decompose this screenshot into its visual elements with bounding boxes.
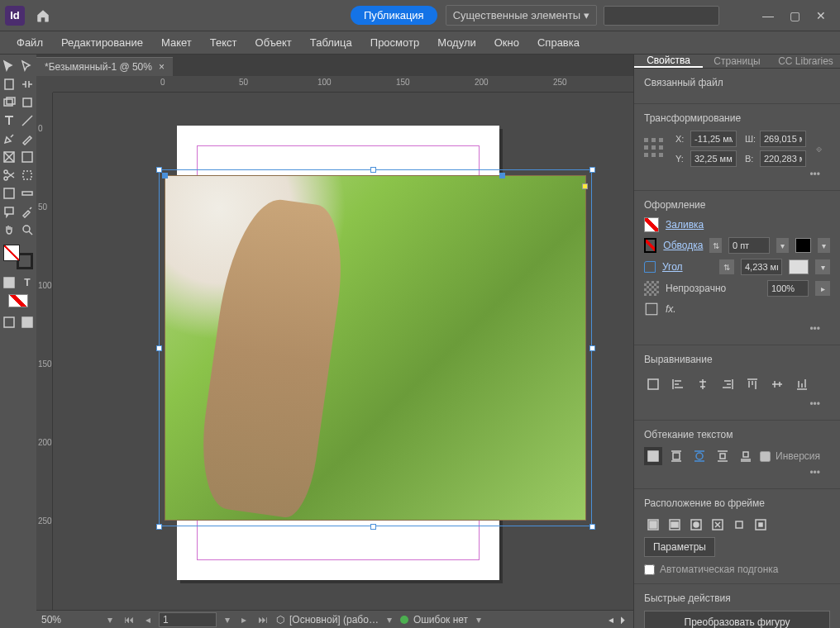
gradient-swatch-tool[interactable] (1, 185, 17, 202)
align-top-icon[interactable] (743, 375, 761, 393)
menu-text[interactable]: Текст (202, 33, 246, 52)
handle[interactable] (370, 524, 376, 530)
type-tool[interactable] (1, 112, 17, 129)
chevron-right-icon[interactable]: ▸ (815, 281, 830, 296)
workspace-dropdown[interactable]: Существенные элементы ▾ (446, 5, 597, 26)
fit-content-icon[interactable] (730, 516, 748, 534)
chevron-down-icon[interactable]: ▾ (776, 238, 789, 253)
convert-button[interactable]: Преобразовать фигуру (644, 611, 830, 628)
align-hcenter-icon[interactable] (694, 375, 712, 393)
canvas[interactable] (53, 93, 633, 610)
doc-tab[interactable]: *Безымянный-1 @ 50% × (36, 57, 173, 76)
handle[interactable] (156, 345, 162, 351)
chevron-down-icon[interactable]: ▾ (104, 614, 116, 626)
center-content-icon[interactable] (752, 516, 770, 534)
chevron-down-icon[interactable]: ▾ (384, 614, 395, 626)
prev-icon[interactable]: ◂ (142, 614, 154, 626)
home-icon[interactable] (33, 6, 53, 26)
direct-selection-tool[interactable] (19, 58, 36, 74)
fx-object-icon[interactable] (644, 302, 659, 316)
menu-edit[interactable]: Редактирование (53, 33, 151, 52)
free-transform-tool[interactable] (19, 167, 36, 183)
normal-view-icon[interactable] (1, 314, 17, 331)
wrap-jump-icon[interactable] (714, 447, 732, 465)
scissors-tool[interactable] (1, 167, 17, 183)
menu-help[interactable]: Справка (529, 33, 588, 52)
align-vcenter-icon[interactable] (768, 375, 786, 393)
align-left-icon[interactable] (669, 375, 687, 393)
corner-shape-swatch[interactable] (789, 259, 809, 274)
fill-stroke-swatch[interactable] (3, 245, 33, 269)
chevron-down-icon[interactable]: ▾ (473, 614, 484, 626)
chevron-down-icon[interactable]: ▾ (815, 259, 830, 274)
line-tool[interactable] (19, 112, 36, 129)
corner-link[interactable]: Угол (662, 261, 713, 273)
stroke-link[interactable]: Обводка (663, 240, 703, 251)
search-input[interactable] (604, 6, 719, 26)
chevron-down-icon[interactable]: ▾ (818, 238, 830, 253)
fill-swatch-icon[interactable] (644, 217, 659, 232)
fill-link[interactable]: Заливка (666, 219, 830, 231)
rectangle-frame-tool[interactable] (1, 149, 17, 165)
content-placer-tool[interactable] (19, 94, 36, 111)
autofit-checkbox[interactable]: Автоматическая подгонка (644, 564, 830, 575)
fit-prop-icon[interactable] (666, 516, 684, 534)
more-icon[interactable]: ••• (644, 465, 830, 480)
stroke-swatch-icon[interactable] (644, 238, 656, 253)
page-field[interactable]: 1 (159, 612, 217, 627)
stepper-icon[interactable]: ⇅ (709, 238, 722, 253)
scroll-right-icon[interactable]: ⏵ (618, 614, 628, 626)
constrain-icon[interactable]: ⟐ (816, 143, 822, 155)
more-icon[interactable]: ••• (644, 167, 830, 182)
handle[interactable] (589, 345, 595, 351)
menu-file[interactable]: Файл (8, 33, 51, 52)
zoom-tool[interactable] (19, 221, 36, 238)
format-text-icon[interactable]: T (19, 274, 36, 291)
content-handle[interactable] (162, 173, 168, 178)
pen-tool[interactable] (1, 131, 17, 147)
menu-layout[interactable]: Макет (153, 33, 200, 52)
menu-plugins[interactable]: Модули (429, 33, 484, 52)
handle[interactable] (156, 167, 162, 173)
rectangle-tool[interactable] (19, 149, 36, 165)
stroke-weight-field[interactable] (728, 237, 770, 254)
y-field[interactable] (690, 150, 737, 167)
reference-point[interactable] (644, 138, 666, 159)
minimize-button[interactable]: — (762, 10, 774, 21)
menu-view[interactable]: Просмотр (362, 33, 427, 52)
open-panel-icon[interactable]: ⬡ (276, 614, 284, 626)
inverse-checkbox[interactable]: Инверсия (760, 450, 820, 462)
fx-icon[interactable]: fx. (666, 303, 676, 315)
next-icon[interactable]: ▸ (238, 614, 250, 626)
publish-button[interactable]: Публикация (351, 6, 437, 25)
wrap-none-icon[interactable] (644, 447, 662, 465)
wrap-shape-icon[interactable] (690, 447, 709, 465)
pencil-tool[interactable] (19, 131, 36, 147)
more-icon[interactable]: ••• (644, 321, 830, 336)
next-last-icon[interactable]: ⏭ (255, 614, 271, 626)
more-icon[interactable]: ••• (644, 397, 830, 412)
gap-tool[interactable] (19, 76, 36, 93)
handle[interactable] (156, 524, 162, 530)
scroll-left-icon[interactable]: ◂ (609, 614, 613, 626)
zoom-field[interactable]: 50% (41, 614, 99, 626)
wrap-bbox-icon[interactable] (667, 447, 685, 465)
gradient-feather-tool[interactable] (19, 185, 36, 202)
hand-tool[interactable] (1, 221, 17, 238)
align-right-icon[interactable] (718, 375, 737, 393)
ruler-horizontal[interactable]: 0 50 100 150 200 250 (53, 76, 633, 93)
wrap-jumpnext-icon[interactable] (737, 447, 755, 465)
tab-pages[interactable]: Страницы (703, 55, 771, 68)
note-tool[interactable] (1, 203, 17, 220)
corner-control[interactable] (582, 183, 588, 189)
maximize-button[interactable]: ▢ (789, 10, 800, 21)
tab-cclibraries[interactable]: CC Libraries (771, 55, 840, 68)
handle[interactable] (589, 167, 595, 173)
fit-frame-icon[interactable] (709, 516, 727, 534)
handle[interactable] (370, 167, 376, 173)
page-tool[interactable] (1, 76, 17, 93)
selection-tool[interactable] (1, 58, 17, 74)
fit-content-aware-icon[interactable] (687, 516, 705, 534)
corner-icon[interactable] (644, 261, 656, 273)
params-button[interactable]: Параметры (644, 537, 715, 557)
